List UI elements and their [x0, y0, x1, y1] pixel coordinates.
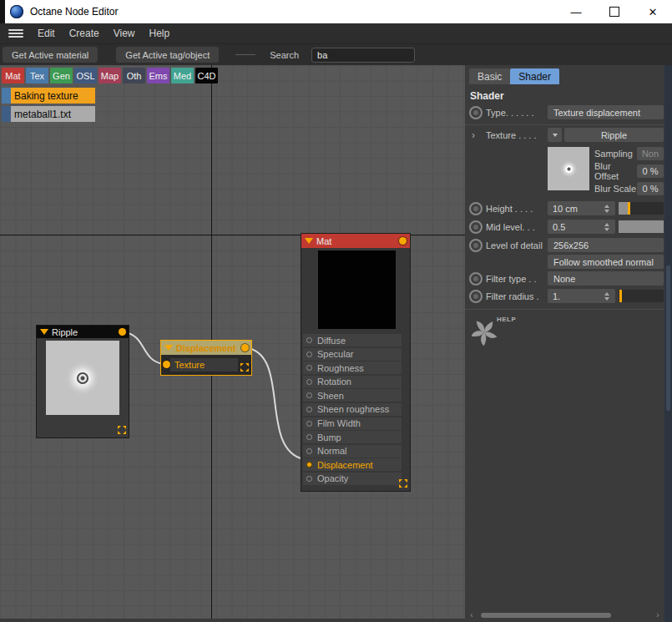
help-button[interactable]: HELP — [472, 316, 522, 351]
animation-dot-icon[interactable] — [469, 272, 483, 286]
spin-up-icon[interactable] — [604, 292, 609, 296]
collapse-triangle-icon[interactable] — [164, 345, 173, 351]
get-active-material-button[interactable]: Get Active material — [3, 47, 98, 63]
mat-input-rotation[interactable]: Rotation — [303, 376, 402, 388]
follow-smoothed-normal-button[interactable]: Follow smoothed normal — [548, 255, 664, 269]
node-resize-icon[interactable] — [399, 479, 407, 488]
scrollbar-thumb[interactable] — [481, 613, 611, 618]
mat-input-specular[interactable]: Specular — [303, 348, 402, 361]
input-port[interactable] — [306, 448, 312, 454]
node-displacement-output-port[interactable] — [241, 344, 249, 351]
node-displacement[interactable]: Displacement Texture — [160, 340, 252, 376]
animation-dot-icon[interactable] — [469, 290, 483, 303]
filter-radius-spinner[interactable]: 1. — [548, 289, 615, 303]
scroll-left-icon[interactable]: ‹ — [467, 611, 476, 619]
tab-c4d[interactable]: C4D — [195, 68, 218, 83]
texture-dropdown-button[interactable] — [548, 128, 562, 142]
tab-mat[interactable]: Mat — [2, 68, 24, 83]
input-port-connected[interactable] — [306, 462, 312, 468]
animation-dot-icon[interactable] — [469, 202, 483, 215]
node-mat[interactable]: Mat Diffuse Specular Roughness Rotation … — [301, 233, 411, 492]
node-mat-header[interactable]: Mat — [301, 234, 410, 248]
height-slider[interactable] — [619, 202, 664, 215]
tab-ems[interactable]: Ems — [147, 68, 169, 83]
vertical-scrollbar[interactable] — [664, 65, 672, 622]
input-port[interactable] — [306, 421, 312, 427]
hamburger-menu-icon[interactable] — [8, 29, 23, 38]
list-item-baking-texture[interactable]: Baking texture — [2, 88, 95, 104]
mat-input-sheen[interactable]: Sheen — [303, 389, 402, 402]
input-port[interactable] — [306, 392, 312, 398]
mat-input-roughness[interactable]: Roughness — [303, 362, 402, 374]
animation-dot-icon[interactable] — [469, 220, 483, 234]
type-dropdown[interactable]: Texture displacement — [548, 105, 664, 119]
horizontal-scrollbar[interactable]: ‹ › — [467, 611, 662, 619]
node-displacement-header[interactable]: Displacement — [161, 341, 251, 355]
input-port[interactable] — [306, 379, 312, 385]
sampling-dropdown[interactable]: Non — [637, 147, 664, 160]
node-mat-output-port[interactable] — [399, 237, 407, 245]
scrollbar-track[interactable] — [476, 611, 610, 619]
texture-thumbnail[interactable] — [548, 147, 589, 190]
displacement-texture-input-port[interactable] — [163, 361, 170, 368]
list-item-metaball[interactable]: metaball1.txt — [2, 106, 95, 122]
tab-tex[interactable]: Tex — [26, 68, 48, 83]
mat-input-normal[interactable]: Normal — [303, 445, 402, 458]
animation-dot-icon[interactable] — [469, 106, 483, 119]
node-ripple-output-port[interactable] — [119, 328, 126, 336]
input-port[interactable] — [306, 476, 312, 482]
mat-input-opacity[interactable]: Opacity — [303, 473, 402, 485]
level-of-detail-dropdown[interactable]: 256x256 — [548, 238, 664, 252]
tab-oth[interactable]: Oth — [123, 68, 145, 83]
texture-value-button[interactable]: Ripple — [564, 128, 664, 142]
mid-level-slider[interactable] — [619, 220, 664, 233]
tab-basic[interactable]: Basic — [469, 68, 510, 84]
tab-gen[interactable]: Gen — [50, 68, 73, 83]
filter-radius-slider[interactable] — [619, 290, 664, 302]
menu-help[interactable]: Help — [149, 28, 170, 39]
input-port[interactable] — [306, 407, 312, 412]
tab-med[interactable]: Med — [171, 68, 194, 83]
spin-down-icon[interactable] — [604, 210, 609, 213]
close-button[interactable]: ✕ — [634, 0, 672, 23]
input-port[interactable] — [306, 337, 312, 343]
filter-type-dropdown[interactable]: None — [548, 271, 664, 286]
collapse-triangle-icon[interactable] — [305, 238, 313, 244]
input-port[interactable] — [306, 365, 312, 371]
get-active-tag-button[interactable]: Get Active tag/object — [116, 47, 219, 63]
tab-shader[interactable]: Shader — [510, 68, 559, 84]
maximize-button[interactable] — [595, 0, 634, 23]
scrollbar-thumb[interactable] — [666, 265, 670, 410]
blur-offset-field[interactable]: 0 % — [637, 164, 664, 178]
search-input[interactable] — [311, 48, 415, 63]
menu-view[interactable]: View — [114, 28, 135, 39]
spin-up-icon[interactable] — [604, 223, 609, 226]
node-ripple[interactable]: Ripple — [36, 325, 129, 438]
spin-down-icon[interactable] — [604, 228, 609, 231]
spin-up-icon[interactable] — [604, 205, 609, 208]
mat-input-sheen-roughness[interactable]: Sheen roughness — [303, 403, 402, 416]
node-resize-icon[interactable] — [118, 426, 126, 434]
spin-down-icon[interactable] — [604, 297, 609, 301]
height-spinner[interactable]: 10 cm — [548, 201, 615, 215]
menu-create[interactable]: Create — [69, 28, 99, 39]
mat-input-diffuse[interactable]: Diffuse — [303, 334, 402, 346]
expander-chevron-icon[interactable]: › — [469, 129, 475, 141]
scroll-right-icon[interactable]: › — [654, 611, 662, 619]
mat-input-film-width[interactable]: Film Width — [303, 417, 402, 430]
mat-input-bump[interactable]: Bump — [303, 431, 402, 443]
minimize-button[interactable]: — — [557, 0, 595, 23]
node-ripple-header[interactable]: Ripple — [37, 326, 129, 338]
input-port[interactable] — [306, 434, 312, 440]
tab-map[interactable]: Map — [99, 68, 121, 83]
blur-scale-field[interactable]: 0 % — [637, 182, 664, 195]
node-graph-canvas[interactable]: Mat Tex Gen OSL Map Oth Ems Med C4D Baki… — [0, 65, 465, 622]
node-resize-icon[interactable] — [240, 363, 249, 372]
animation-dot-icon[interactable] — [469, 239, 483, 252]
collapse-triangle-icon[interactable] — [40, 329, 48, 335]
mid-level-spinner[interactable]: 0.5 — [548, 220, 615, 234]
mat-input-displacement[interactable]: Displacement — [303, 458, 402, 471]
tab-osl[interactable]: OSL — [74, 68, 97, 83]
menu-edit[interactable]: Edit — [38, 28, 55, 39]
input-port[interactable] — [306, 351, 312, 357]
